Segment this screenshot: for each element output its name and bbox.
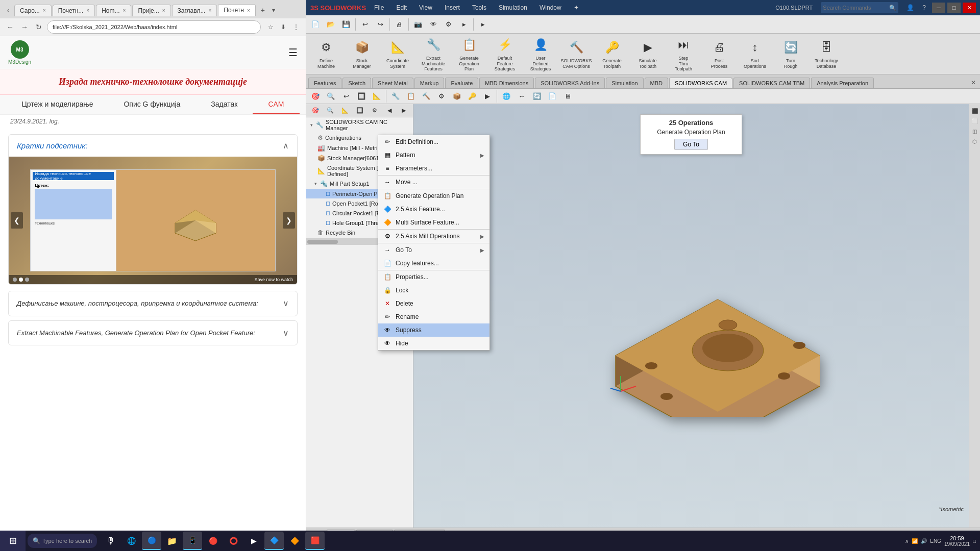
downloads-btn[interactable]: ⬇ [278, 21, 289, 33]
tb-print-btn[interactable]: 🖨 [392, 17, 406, 32]
sidebar-icon-1[interactable]: ⬛ [970, 106, 979, 115]
tb-generate-op-plan[interactable]: 📋 GenerateOperationPlan [451, 36, 487, 72]
ctx-rename[interactable]: ✏ Rename [378, 310, 489, 323]
slideshow-prev[interactable]: ❮ [11, 212, 23, 229]
tab-sw-cam-tbm[interactable]: SOLIDWORKS CAM TBM [733, 78, 810, 88]
sw-menu-simulation[interactable]: Simulation [495, 3, 531, 12]
sw-minimize-btn[interactable]: ─ [932, 3, 945, 13]
tab-close-icon[interactable]: × [247, 8, 250, 13]
sidebar-icon-2[interactable]: ⬜ [970, 116, 979, 126]
tab-features[interactable]: Features [308, 78, 341, 88]
sec-tb-15[interactable]: 🔄 [530, 89, 544, 104]
sec-tb-5[interactable]: 📐 [370, 89, 384, 104]
sec-tb-2[interactable]: 🔍 [324, 89, 338, 104]
sec-tb-14[interactable]: ↔ [514, 89, 529, 104]
taskbar-btn-cortana[interactable]: 🎙 [101, 532, 120, 550]
tb-new-btn[interactable]: 📄 [308, 17, 323, 32]
tb-simulate-toolpath[interactable]: ▶ SimulateToolpath [630, 36, 666, 72]
systray-network[interactable]: 📶 [912, 538, 918, 544]
tb-step-thru[interactable]: ⏭ StepThruToolpath [666, 36, 701, 72]
expand-icon-2[interactable]: ∨ [283, 298, 289, 308]
taskbar-btn-viber[interactable]: 📱 [183, 532, 202, 550]
tab-prev-btn[interactable]: ‹ [2, 4, 14, 16]
tab-simulation[interactable]: Simulation [606, 78, 643, 88]
tab-mbd[interactable]: MBD [645, 78, 668, 88]
section-toggle-1[interactable]: ∧ [283, 141, 289, 151]
taskbar-btn-solidworks[interactable]: 🔷 [264, 532, 284, 550]
systray-volume[interactable]: 🔊 [921, 538, 927, 544]
tb-open-btn[interactable]: 📂 [324, 17, 338, 32]
ctx-hide[interactable]: 👁 Hide [378, 337, 489, 350]
sidebar-icon-4[interactable]: ⬡ [970, 137, 979, 146]
ctx-delete[interactable]: ✕ Delete [378, 297, 489, 310]
tb-settings-btn[interactable]: ⚙ [442, 17, 456, 32]
sec-tb-8[interactable]: 🔨 [419, 89, 433, 104]
bookmark-btn[interactable]: ☆ [265, 21, 276, 33]
tab-mbd-dimensions[interactable]: MBD Dimensions [479, 78, 534, 88]
tab-close-icon[interactable]: × [162, 8, 165, 13]
tab-sheet-metal[interactable]: Sheet Metal [372, 78, 413, 88]
tab-close-icon[interactable]: × [208, 8, 211, 13]
tb-sw-cam-options[interactable]: 🔨 SOLIDWORKSCAM Options [558, 36, 594, 72]
tb-default-cnc[interactable]: ⚡ DefaultFeatureStrategies [487, 36, 523, 72]
browser-tab-5[interactable]: Заглавл... × [172, 5, 217, 16]
sw-menu-edit[interactable]: Edit [392, 3, 411, 12]
sec-tb-1[interactable]: 🎯 [308, 89, 323, 104]
ctx-suppress[interactable]: 👁 Suppress [378, 323, 489, 337]
ctx-generate-op-plan[interactable]: 📋 Generate Operation Plan [378, 189, 489, 203]
sec-tb-9[interactable]: ⚙ [434, 89, 449, 104]
sec-tb-13[interactable]: 🌐 [499, 89, 513, 104]
browser-tab-2[interactable]: Почетн... × [53, 5, 95, 16]
ctx-properties[interactable]: 📋 Properties... [378, 270, 489, 284]
win-start-btn[interactable]: ⊞ [0, 531, 26, 551]
sw-menu-tools[interactable]: Tools [468, 3, 491, 12]
tree-nav-left[interactable]: ◀ [382, 104, 397, 118]
settings-btn[interactable]: ⋮ [290, 21, 302, 33]
tab-sketch[interactable]: Sketch [342, 78, 371, 88]
tb-tech-database[interactable]: 🗄 TechnologyDatabase [808, 36, 844, 72]
tb-redo-btn[interactable]: ↪ [373, 17, 387, 32]
nav-crtez[interactable]: Цртеж и моделирање [6, 95, 108, 114]
tb-generate-toolpath[interactable]: 🔑 GenerateToolpath [594, 36, 630, 72]
tb-view-btn[interactable]: 👁 [426, 17, 440, 32]
tb-user-defined[interactable]: 👤 UserDefinedStrategies [523, 36, 558, 72]
tree-tb-4[interactable]: 🔲 [353, 104, 366, 118]
nav-zadatak[interactable]: Задатак [195, 95, 253, 114]
systray-notification[interactable]: □ [973, 538, 976, 544]
browser-tab-1[interactable]: Саро... × [14, 5, 52, 16]
sec-tb-16[interactable]: 📄 [545, 89, 559, 104]
ctx-multi-surface[interactable]: 🔶 Multi Surface Feature... [378, 216, 489, 229]
sec-tb-6[interactable]: 🔧 [388, 89, 403, 104]
sec-tb-3[interactable]: ↩ [339, 89, 353, 104]
taskbar-btn-ie[interactable]: 🌐 [121, 532, 141, 550]
taskbar-btn-media[interactable]: ▶ [244, 532, 263, 550]
tb-post-process[interactable]: 🖨 PostProcess [701, 36, 737, 72]
win-search-bar[interactable]: 🔍 Type here to search [28, 534, 97, 548]
popup-goto-btn[interactable]: Go To [674, 139, 708, 150]
tab-close-icon[interactable]: × [86, 8, 89, 13]
expand-icon-3[interactable]: ∨ [283, 328, 289, 338]
tab-close-icon[interactable]: × [123, 8, 126, 13]
sw-menu-more[interactable]: ✦ [570, 3, 583, 12]
ctx-pattern[interactable]: ▦ Pattern ▶ [378, 148, 489, 162]
sw-3d-viewport[interactable]: 25 Operations Generate Operation Plan Go… [413, 104, 969, 528]
tab-markup[interactable]: Markup [414, 78, 445, 88]
sw-menu-insert[interactable]: Insert [440, 3, 464, 12]
taskbar-btn-edge[interactable]: 🔵 [142, 532, 161, 550]
taskbar-btn-app2[interactable]: 🟥 [305, 532, 325, 550]
systray-show-hidden[interactable]: ∧ [905, 538, 909, 544]
new-tab-btn[interactable]: + [257, 4, 269, 16]
nav-opis[interactable]: Опис G функција [108, 95, 195, 114]
section-machine-def[interactable]: Дефинисање машине, постпроцесора, припре… [8, 291, 298, 316]
sw-menu-view[interactable]: View [415, 3, 436, 12]
tb-turn-rough[interactable]: 🔄 TurnRough [773, 36, 808, 72]
ctx-25-mill-ops[interactable]: ⚙ 2.5 Axis Mill Operations ▶ [378, 229, 489, 243]
taskbar-btn-opera[interactable]: 🔴 [203, 532, 223, 550]
tab-sw-cam[interactable]: SOLIDWORKS CAM [669, 78, 732, 88]
browser-tab-4[interactable]: Прије... × [132, 5, 170, 16]
tree-item-cam-manager[interactable]: ▾ 🔧 SOLIDWORKS CAM NC Manager [306, 117, 413, 133]
slideshow-next[interactable]: ❯ [283, 212, 295, 229]
forward-btn[interactable]: → [18, 21, 31, 33]
sec-tb-10[interactable]: 📦 [450, 89, 464, 104]
browser-tab-3[interactable]: Hom... × [96, 5, 131, 16]
